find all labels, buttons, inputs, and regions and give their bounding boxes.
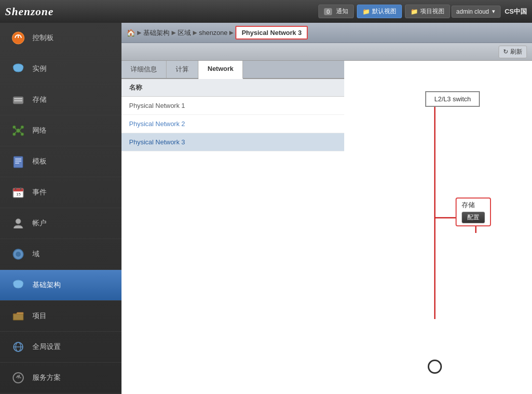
breadcrumb-sep-0: ▶ (137, 29, 141, 36)
svg-line-12 (20, 128, 21, 130)
svg-rect-20 (13, 188, 23, 191)
sidebar-label-domain: 域 (32, 250, 39, 259)
notification-label: 通知 (336, 7, 348, 16)
main-layout: 控制板 实例 存储 网络 模板 (0, 23, 532, 394)
storage-label: 存储 (462, 201, 475, 209)
config-btn[interactable]: 配置 (462, 212, 485, 223)
network-panel: L2/L3 switch 存储 配置 (344, 61, 532, 394)
svg-line-11 (15, 128, 16, 130)
sidebar-label-service-plans: 服务方案 (32, 373, 61, 382)
sidebar-item-storage[interactable]: 存储 (0, 85, 121, 115)
network-lines-svg (344, 61, 532, 394)
sidebar-label-instance: 实例 (32, 64, 47, 73)
service-plans-icon (10, 370, 26, 386)
sidebar-label-event: 事件 (32, 188, 47, 197)
svg-rect-16 (15, 159, 21, 160)
svg-rect-18 (15, 163, 19, 164)
refresh-label: 刷新 (510, 48, 522, 56)
sidebar-item-service-plans[interactable]: 服务方案 (0, 363, 121, 393)
notification-badge: 0 (324, 8, 332, 15)
network-diagram: L2/L3 switch 存储 配置 (344, 61, 532, 394)
list-header: 名称 (121, 79, 344, 97)
sidebar-item-global-settings[interactable]: 全局设置 (0, 332, 121, 363)
admin-btn[interactable]: admin cloud ▼ (452, 6, 501, 18)
sidebar-item-instance[interactable]: 实例 (0, 54, 121, 85)
sidebar-item-account[interactable]: 帐户 (0, 208, 121, 239)
circle-node (428, 360, 442, 374)
sidebar: 控制板 实例 存储 网络 模板 (0, 23, 121, 394)
svg-rect-17 (15, 161, 21, 162)
instance-icon (10, 61, 26, 77)
svg-line-13 (15, 132, 16, 133)
logo: Shenzone (5, 5, 54, 18)
breadcrumb-shenzone[interactable]: shenzone (199, 29, 227, 36)
sidebar-item-project[interactable]: 项目 (0, 301, 121, 332)
breadcrumb-sep-2: ▶ (193, 29, 197, 36)
svg-point-26 (16, 252, 21, 257)
sidebar-label-infrastructure: 基础架构 (32, 281, 61, 290)
list-item-network1[interactable]: Physical Network 1 (121, 97, 344, 115)
sidebar-label-network: 网络 (32, 126, 47, 135)
refresh-btn[interactable]: ↻ 刷新 (499, 46, 527, 58)
breadcrumb-zone[interactable]: 区域 (178, 28, 191, 37)
sidebar-item-domain[interactable]: 域 (0, 239, 121, 270)
default-view-label: 默认视图 (372, 7, 396, 16)
dashboard-icon (10, 30, 26, 46)
folder-icon: 📁 (362, 8, 370, 15)
sidebar-item-dashboard[interactable]: 控制板 (0, 23, 121, 54)
content-area: 🏠 ▶ 基础架构 ▶ 区域 ▶ shenzone ▶ Physical Netw… (121, 23, 532, 394)
sidebar-label-dashboard: 控制板 (32, 33, 54, 43)
event-icon: 15 (10, 184, 26, 201)
svg-rect-15 (14, 156, 23, 168)
region-label: CS中国 (505, 7, 527, 16)
global-settings-icon (10, 339, 26, 355)
sidebar-label-global-settings: 全局设置 (32, 342, 61, 351)
refresh-icon: ↻ (503, 48, 508, 55)
dropdown-arrow-icon: ▼ (491, 9, 496, 14)
svg-point-24 (16, 219, 21, 224)
tab-details[interactable]: 详细信息 (121, 61, 167, 78)
svg-rect-4 (14, 98, 22, 99)
storage-box: 存储 配置 (456, 198, 491, 226)
home-icon[interactable]: 🏠 (127, 29, 135, 37)
breadcrumb-sep-3: ▶ (229, 29, 233, 36)
template-icon (10, 153, 26, 170)
list-item-network3[interactable]: Physical Network 3 (121, 133, 344, 151)
sidebar-item-infrastructure[interactable]: 基础架构 (0, 270, 121, 301)
topbar: Shenzone 0 通知 📁 默认视图 📁 项目视图 admin cloud … (0, 0, 532, 23)
list-panel: 名称 Physical Network 1 Physical Network 2… (121, 79, 344, 394)
default-view-btn[interactable]: 📁 默认视图 (357, 5, 402, 18)
domain-icon (10, 246, 26, 262)
toolbar: ↻ 刷新 (121, 43, 532, 61)
notification-btn[interactable]: 0 通知 (318, 5, 354, 18)
inner-content: 详细信息 计算 Network 名称 Physical Network 1 Ph… (121, 61, 532, 394)
project-view-btn[interactable]: 📁 项目视图 (405, 5, 450, 18)
sidebar-item-template[interactable]: 模板 (0, 146, 121, 177)
breadcrumb: 🏠 ▶ 基础架构 ▶ 区域 ▶ shenzone ▶ Physical Netw… (121, 23, 532, 43)
sidebar-item-event[interactable]: 15 事件 (0, 177, 121, 208)
switch-box: L2/L3 switch (425, 91, 480, 107)
breadcrumb-current: Physical Network 3 (235, 26, 308, 40)
breadcrumb-infrastructure[interactable]: 基础架构 (143, 28, 170, 37)
sidebar-label-project: 项目 (32, 311, 47, 321)
storage-icon (10, 92, 26, 108)
tab-bar: 详细信息 计算 Network (121, 61, 344, 79)
svg-line-14 (20, 132, 21, 133)
admin-label: admin cloud (456, 8, 489, 15)
switch-label: L2/L3 switch (434, 95, 471, 103)
sidebar-label-account: 帐户 (32, 219, 47, 228)
network-icon (10, 123, 26, 139)
infrastructure-icon (10, 277, 26, 293)
tab-network[interactable]: Network (198, 61, 243, 79)
list-item-network2[interactable]: Physical Network 2 (121, 115, 344, 133)
breadcrumb-sep-1: ▶ (172, 29, 176, 36)
project-folder-icon (10, 308, 26, 324)
svg-text:15: 15 (16, 192, 21, 196)
tab-compute[interactable]: 计算 (167, 61, 198, 78)
svg-point-6 (16, 129, 20, 133)
project-icon: 📁 (411, 8, 418, 15)
svg-rect-5 (14, 100, 22, 101)
left-panel: 详细信息 计算 Network 名称 Physical Network 1 Ph… (121, 61, 344, 394)
sidebar-item-network[interactable]: 网络 (0, 115, 121, 146)
account-icon (10, 215, 26, 231)
